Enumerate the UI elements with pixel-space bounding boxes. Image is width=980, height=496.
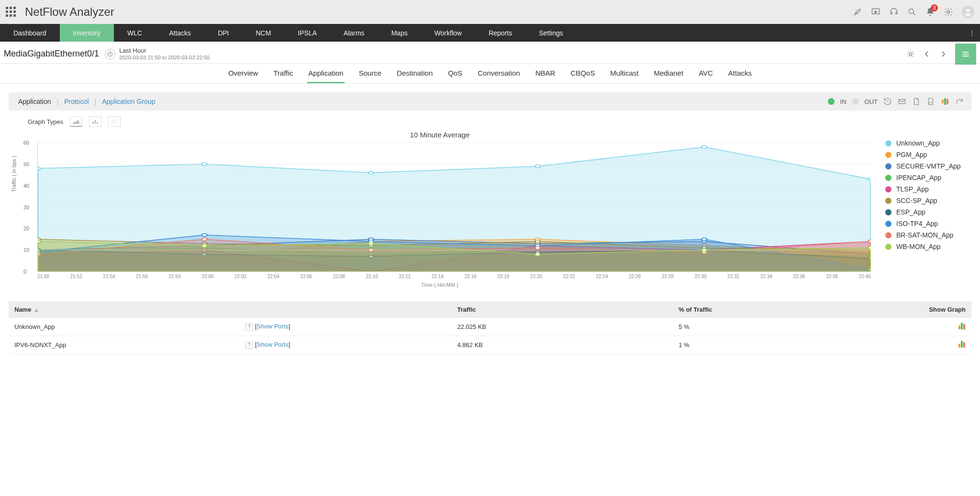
chart-title: 10 Minute Average [9,131,871,139]
cell-pct: 5 % [673,318,817,336]
mini-bar-chart-icon[interactable] [958,342,966,349]
col-traffic[interactable]: Traffic [452,301,673,318]
prev-arrow-icon[interactable] [920,47,934,61]
table-row: Unknown_App?[Show Ports]22.025 KB5 % [9,318,971,336]
show-ports-link[interactable]: Show Ports [257,323,289,330]
nav-settings[interactable]: Settings [525,24,577,42]
presentation-icon[interactable] [871,7,880,17]
legend-ipencap_app[interactable]: IPENCAP_App [885,174,971,181]
nav-ipsla[interactable]: IPSLA [284,24,330,42]
subnav-multicast[interactable]: Multicast [609,64,639,83]
next-arrow-icon[interactable] [936,47,950,61]
settings-gear-icon[interactable] [944,7,953,17]
main-nav: DashboardInventoryWLCAttacksDPINCMIPSLAA… [0,24,980,42]
mini-bar-chart-icon[interactable] [958,324,966,331]
apps-menu-icon[interactable] [6,7,16,17]
cell-showgraph[interactable] [817,336,971,354]
svg-point-69 [38,240,40,243]
legend-unknown_app[interactable]: Unknown_App [885,139,971,147]
nav-inventory[interactable]: Inventory [60,24,114,42]
filter-protocol[interactable]: Protocol [62,98,90,105]
user-avatar[interactable] [962,6,974,18]
refresh-icon[interactable] [955,97,964,106]
legend-iso-tp4_app[interactable]: ISO-TP4_App [885,220,971,227]
product-title: NetFlow Analyzer [25,5,114,19]
filter-application[interactable]: Application [16,98,53,105]
svg-point-2 [947,11,950,13]
pdf-export-icon[interactable] [912,97,921,106]
subnav-medianet[interactable]: Medianet [653,64,684,83]
headset-icon[interactable] [889,7,899,17]
side-menu-toggle[interactable] [955,44,976,65]
show-ports-link[interactable]: Show Ports [257,341,289,348]
nav-reports[interactable]: Reports [475,24,525,42]
nav-ncm[interactable]: NCM [242,24,284,42]
svg-point-19 [702,146,707,148]
nav-workflow[interactable]: Workflow [421,24,475,42]
legend-tlsp_app[interactable]: TLSP_App [885,185,971,193]
nav-attacks[interactable]: Attacks [156,24,204,42]
nav-dpi[interactable]: DPI [204,24,242,42]
svg-point-74 [869,247,871,249]
in-indicator-icon[interactable] [828,98,835,105]
subnav-conversation[interactable]: Conversation [477,64,521,83]
cell-showgraph[interactable] [817,318,971,336]
svg-point-13 [115,122,116,123]
nav-maps[interactable]: Maps [378,24,421,42]
col-name[interactable]: Name ▲ [9,301,452,318]
nav-alarms[interactable]: Alarms [330,24,378,42]
subnav-attacks[interactable]: Attacks [727,64,753,83]
bar-chart-icon[interactable] [941,97,949,106]
filter-application-group[interactable]: Application Group [100,98,157,105]
svg-point-5 [909,53,912,56]
help-icon[interactable]: ? [245,341,253,349]
subnav-qos[interactable]: QoS [447,64,463,83]
search-icon[interactable] [907,7,917,17]
svg-rect-6 [899,100,905,104]
notifications-icon[interactable]: 3 [925,7,935,17]
nav-wlc[interactable]: WLC [114,24,156,42]
subnav-avc[interactable]: AVC [698,64,714,83]
nav-dashboard[interactable]: Dashboard [0,24,60,42]
history-icon[interactable] [883,97,892,106]
legend-scc-sp_app[interactable]: SCC-SP_App [885,197,971,204]
subnav-nbar[interactable]: NBAR [535,64,557,83]
legend-wb-mon_app[interactable]: WB-MON_App [885,243,971,250]
legend-pgm_app[interactable]: PGM_App [885,151,971,158]
chart-canvas[interactable]: Traffic ( in bps ) 0102030405060 [37,143,871,272]
email-icon[interactable] [898,97,906,106]
subnav-application[interactable]: Application [307,64,344,83]
subnav-overview[interactable]: Overview [227,64,259,83]
out-indicator-icon[interactable] [852,98,859,105]
table-row: IPV6-NONXT_App?[Show Ports]4.862 KB1 % [9,336,971,354]
nav-more-icon[interactable]: ⋮ [964,24,980,42]
col--of-traffic[interactable]: % of Traffic [673,301,817,318]
filter-left-tabs: Application|Protocol|Application Group [16,98,157,105]
clock-icon [105,49,115,59]
subnav-source[interactable]: Source [358,64,383,83]
chart-legend: Unknown_AppPGM_AppSECURE-VMTP_AppIPENCAP… [871,131,971,288]
subnav-traffic[interactable]: Traffic [272,64,294,83]
legend-br-sat-mon_app[interactable]: BR-SAT-MON_App [885,231,971,239]
time-range-picker[interactable]: Last Hour 2020-03-03 21:50 to 2020-03-03… [105,47,210,61]
cell-pct: 1 % [673,336,817,354]
x-axis-label: Time ( HH:MM ) [9,282,871,288]
graph-type-area[interactable] [70,116,82,127]
graph-type-bar[interactable] [89,116,101,127]
col-show-graph[interactable]: Show Graph [817,301,971,318]
csv-export-icon[interactable]: csv [926,97,935,106]
svg-point-58 [202,234,207,237]
graph-type-scatter[interactable] [108,116,121,127]
rocket-icon[interactable] [853,7,862,17]
subnav-destination[interactable]: Destination [396,64,434,83]
svg-rect-9 [95,120,96,124]
graph-types-label: Graph Types [28,118,63,125]
alert-sun-icon[interactable] [903,47,918,61]
legend-secure-vmtp_app[interactable]: SECURE-VMTP_App [885,162,971,170]
y-axis-label: Traffic ( in bps ) [11,156,17,192]
help-icon[interactable]: ? [245,323,253,331]
legend-esp_app[interactable]: ESP_App [885,208,971,216]
subnav-cbqos[interactable]: CBQoS [569,64,596,83]
svg-point-11 [112,122,113,123]
sub-nav: OverviewTrafficApplicationSourceDestinat… [0,64,980,84]
